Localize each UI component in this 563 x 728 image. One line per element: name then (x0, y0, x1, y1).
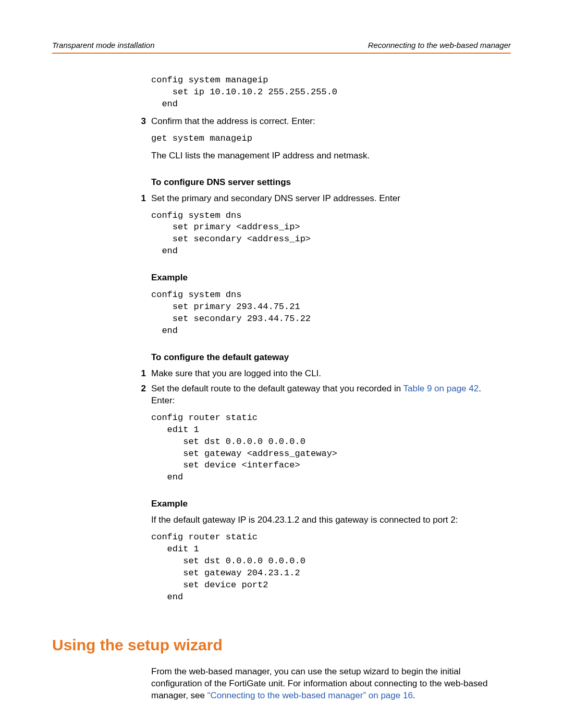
step-text: Confirm that the address is correct. Ent… (151, 116, 506, 128)
cross-ref-link[interactable]: Table 9 on page 42 (403, 384, 479, 393)
code-block-dns-template: config system dns set primary <address_i… (151, 210, 506, 258)
running-head-right: Reconnecting to the web-based manager (368, 41, 511, 50)
text-fragment: Set the default route to the default gat… (151, 384, 403, 393)
step-text: Set the primary and secondary DNS server… (151, 193, 506, 205)
code-block-router-template: config router static edit 1 set dst 0.0.… (151, 412, 506, 484)
paragraph: The CLI lists the management IP address … (151, 150, 506, 162)
code-block-dns-example: config system dns set primary 293.44.75.… (151, 289, 506, 337)
step-number: 1 (125, 193, 151, 205)
code-block-get-manageip: get system manageip (151, 133, 506, 145)
content: config system manageip set ip 10.10.10.2… (125, 75, 506, 702)
dns-step-1: 1 Set the primary and secondary DNS serv… (125, 193, 506, 205)
step-number: 2 (125, 383, 151, 407)
cross-ref-link[interactable]: “Connecting to the web-based manager” on… (207, 690, 413, 700)
page: Transparent mode installation Reconnecti… (0, 0, 563, 728)
step-3: 3 Confirm that the address is correct. E… (125, 116, 506, 128)
step-text: Make sure that you are logged into the C… (151, 368, 506, 380)
text-fragment: . (413, 690, 415, 700)
step-number: 1 (125, 368, 151, 380)
paragraph: If the default gateway IP is 204.23.1.2 … (151, 514, 506, 526)
running-head: Transparent mode installation Reconnecti… (52, 41, 511, 54)
running-head-left: Transparent mode installation (52, 41, 155, 50)
subhead-example: Example (151, 272, 506, 284)
code-block-router-example: config router static edit 1 set dst 0.0.… (151, 532, 506, 603)
subhead-gateway: To configure the default gateway (151, 352, 506, 364)
subhead-example: Example (151, 498, 506, 510)
paragraph: From the web-based manager, you can use … (151, 666, 506, 702)
gw-step-2: 2 Set the default route to the default g… (125, 383, 506, 407)
code-block-manageip: config system manageip set ip 10.10.10.2… (151, 75, 506, 110)
step-text: Set the default route to the default gat… (151, 383, 506, 407)
step-number: 3 (125, 116, 151, 128)
section-heading: Using the setup wizard (52, 635, 506, 656)
gw-step-1: 1 Make sure that you are logged into the… (125, 368, 506, 380)
subhead-dns: To configure DNS server settings (151, 177, 506, 189)
